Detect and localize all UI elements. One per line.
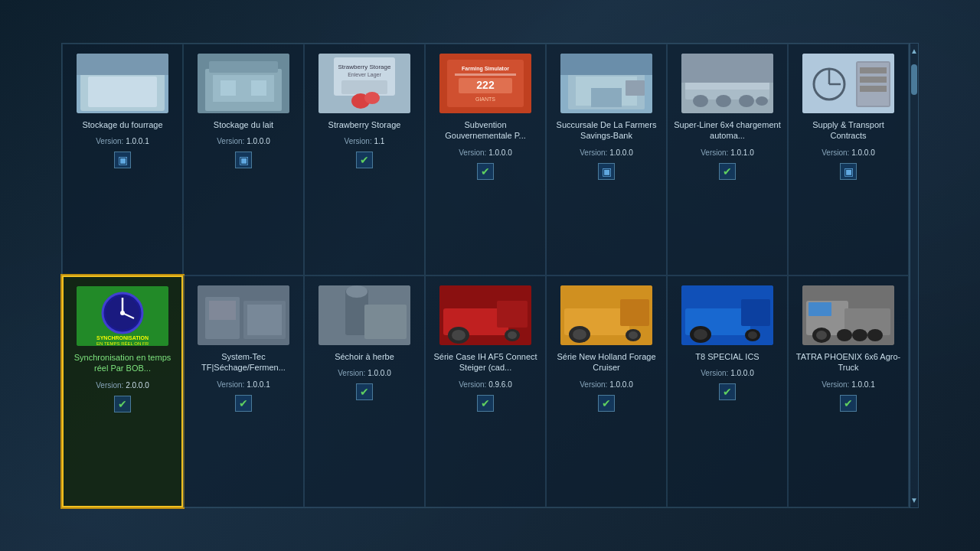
mod-name: Synchronisation en temps réel Par BOB... bbox=[70, 352, 175, 374]
mod-card-succursale[interactable]: Succursale De La Farmers Savings-Bank Ve… bbox=[546, 44, 667, 276]
svg-text:EN TEMPS RÉEL ON FR: EN TEMPS RÉEL ON FR bbox=[96, 341, 149, 346]
mod-name: Super-Liner 6x4 chargement automa... bbox=[674, 119, 781, 142]
mod-checkbox[interactable]: ✔ bbox=[840, 395, 857, 412]
mod-checkbox[interactable]: ▣ bbox=[114, 152, 131, 168]
svg-rect-65 bbox=[364, 305, 407, 339]
mod-name: Série Case IH AF5 Connect Steiger (cad..… bbox=[432, 351, 539, 373]
svg-rect-59 bbox=[209, 301, 236, 320]
svg-rect-47 bbox=[860, 86, 887, 92]
svg-point-93 bbox=[816, 331, 827, 340]
svg-rect-66 bbox=[322, 316, 345, 343]
mod-card-tatra[interactable]: TATRA PHOENIX 6x6 Agro-Truck Version: 1.… bbox=[788, 276, 909, 507]
svg-rect-21 bbox=[455, 73, 516, 76]
svg-point-36 bbox=[739, 95, 754, 107]
scrollbar-thumb[interactable] bbox=[911, 64, 917, 95]
svg-point-94 bbox=[837, 329, 852, 341]
mods-grid: Stockage du fourrage Version: 1.0.0.1 ▣ bbox=[61, 43, 910, 508]
mod-name: Stockage du fourrage bbox=[82, 119, 162, 130]
mod-thumb-succursale bbox=[560, 54, 652, 113]
svg-point-53 bbox=[120, 311, 125, 315]
svg-point-64 bbox=[346, 285, 368, 298]
svg-point-17 bbox=[364, 92, 380, 104]
svg-rect-29 bbox=[626, 80, 645, 96]
svg-rect-2 bbox=[88, 77, 157, 107]
svg-rect-69 bbox=[497, 301, 528, 328]
svg-rect-60 bbox=[247, 305, 282, 335]
mod-version: Version: 1.1 bbox=[345, 133, 385, 147]
svg-point-73 bbox=[508, 331, 517, 339]
mod-version: Version: 1.0.0.0 bbox=[217, 133, 270, 147]
mod-checkbox[interactable]: ▣ bbox=[235, 152, 252, 168]
svg-rect-9 bbox=[220, 80, 236, 96]
svg-text:Enlever Lager: Enlever Lager bbox=[348, 72, 381, 78]
mod-thumb-tatra bbox=[802, 285, 894, 345]
mod-card-superliner[interactable]: Super-Liner 6x4 chargement automa... Ver… bbox=[667, 44, 788, 276]
mod-card-sync[interactable]: SYNCHRONISATION EN TEMPS RÉEL ON FR Sync… bbox=[62, 276, 183, 507]
svg-point-34 bbox=[693, 95, 708, 107]
mod-checkbox[interactable]: ▣ bbox=[840, 163, 857, 180]
mod-thumb-sync: SYNCHRONISATION EN TEMPS RÉEL ON FR bbox=[77, 286, 168, 346]
mod-name: TATRA PHOENIX 6x6 Agro-Truck bbox=[795, 351, 902, 373]
svg-rect-7 bbox=[209, 61, 278, 73]
mod-name: System-Tec TF|Séchage/Fermen... bbox=[190, 351, 297, 373]
svg-rect-46 bbox=[860, 77, 887, 83]
mod-card-supply-transport[interactable]: Supply & Transport Contracts Version: 1.… bbox=[788, 44, 909, 276]
svg-rect-45 bbox=[860, 67, 887, 73]
mod-card-stockage-lait[interactable]: Stockage du lait Version: 1.0.0.0 ▣ bbox=[183, 44, 304, 276]
mod-checkbox[interactable]: ✔ bbox=[598, 395, 615, 412]
svg-rect-3 bbox=[96, 80, 149, 103]
svg-text:GIANTS: GIANTS bbox=[475, 96, 495, 102]
scroll-down-arrow[interactable]: ▼ bbox=[910, 493, 918, 507]
svg-text:Farming Simulator: Farming Simulator bbox=[462, 66, 509, 72]
svg-point-80 bbox=[629, 331, 638, 339]
mod-checkbox[interactable]: ✔ bbox=[114, 396, 131, 412]
mod-card-strawberry-storage[interactable]: Strawberry Storage Enlever Lager Strawbe… bbox=[304, 44, 425, 276]
mod-version: Version: 1.0.0.0 bbox=[822, 145, 875, 158]
mod-thumb-superliner bbox=[681, 54, 773, 113]
svg-rect-91 bbox=[808, 302, 831, 316]
mod-checkbox[interactable]: ✔ bbox=[477, 395, 494, 412]
mod-name: Supply & Transport Contracts bbox=[795, 119, 902, 142]
svg-rect-76 bbox=[620, 299, 649, 326]
svg-text:222: 222 bbox=[476, 79, 495, 91]
svg-rect-28 bbox=[591, 88, 622, 107]
mod-checkbox[interactable]: ✔ bbox=[477, 163, 494, 180]
mod-version: Version: 1.0.0.1 bbox=[822, 377, 875, 390]
svg-rect-10 bbox=[251, 80, 266, 96]
svg-rect-38 bbox=[681, 54, 773, 83]
mod-checkbox[interactable]: ✔ bbox=[356, 383, 373, 400]
mod-checkbox[interactable]: ✔ bbox=[235, 395, 252, 412]
scroll-up-arrow[interactable]: ▲ bbox=[910, 44, 918, 58]
mod-card-serie-case[interactable]: Série Case IH AF5 Connect Steiger (cad..… bbox=[425, 276, 546, 507]
mod-checkbox[interactable]: ✔ bbox=[719, 383, 736, 400]
mod-name: Strawberry Storage bbox=[328, 119, 401, 130]
mod-version: Version: 1.0.0.0 bbox=[459, 145, 512, 158]
mod-card-t8special[interactable]: T8 SPECIAL ICS Version: 1.0.0.0 ✔ bbox=[667, 276, 788, 507]
mod-checkbox[interactable]: ✔ bbox=[719, 163, 736, 180]
mod-card-serie-newholland[interactable]: Série New Holland Forage Cruiser Version… bbox=[546, 276, 667, 507]
svg-rect-15 bbox=[341, 80, 387, 94]
mod-name: T8 SPECIAL ICS bbox=[695, 351, 759, 362]
mod-card-stockage-fourrage[interactable]: Stockage du fourrage Version: 1.0.0.1 ▣ bbox=[62, 44, 183, 276]
svg-point-87 bbox=[748, 331, 757, 339]
mod-name: Stockage du lait bbox=[214, 119, 273, 130]
mod-card-subvention[interactable]: Farming Simulator 222 GIANTS Subvention … bbox=[425, 44, 546, 276]
mod-card-sechoir[interactable]: Séchoir à herbe Version: 1.0.0.0 ✔ bbox=[304, 276, 425, 507]
svg-rect-83 bbox=[741, 299, 770, 326]
mod-version: Version: 1.0.1.0 bbox=[701, 145, 754, 158]
mod-thumb-serie-newholland bbox=[560, 285, 652, 345]
svg-point-78 bbox=[573, 329, 586, 340]
mod-name: Série New Holland Forage Cruiser bbox=[553, 351, 660, 373]
grid-area: Stockage du fourrage Version: 1.0.0.1 ▣ bbox=[0, 43, 980, 508]
mod-checkbox[interactable]: ✔ bbox=[356, 152, 373, 168]
mod-checkbox[interactable]: ▣ bbox=[598, 163, 615, 180]
mod-name: Subvention Gouvernementale P... bbox=[432, 119, 539, 142]
mod-version: Version: 1.0.0.0 bbox=[580, 377, 633, 390]
mod-thumb-t8special bbox=[681, 285, 773, 345]
svg-rect-90 bbox=[844, 308, 890, 335]
svg-point-95 bbox=[852, 329, 867, 341]
main-container: 🗂️ MODS/DLC Stockage du fourrage bbox=[0, 0, 980, 551]
scrollbar[interactable]: ▲ ▼ bbox=[910, 43, 919, 508]
mod-thumb-supply bbox=[802, 54, 894, 113]
mod-card-systemtec[interactable]: System-Tec TF|Séchage/Fermen... Version:… bbox=[183, 276, 304, 507]
